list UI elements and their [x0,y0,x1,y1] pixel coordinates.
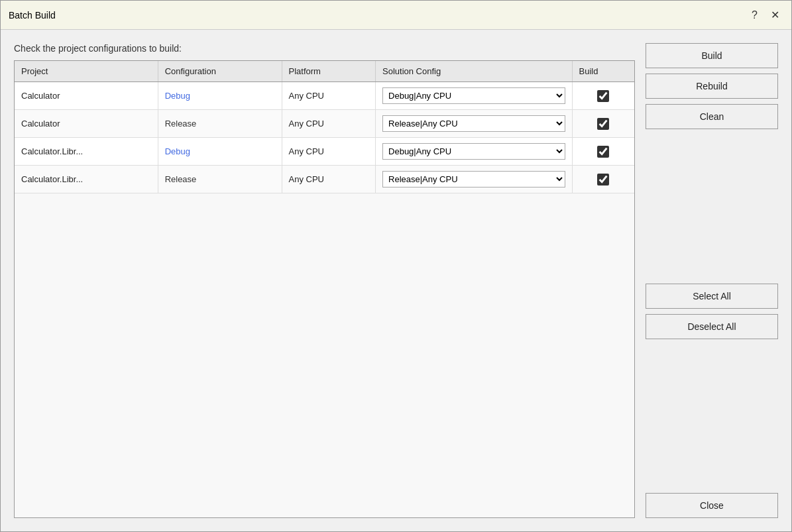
col-build: Build [572,61,634,82]
solution-config-select-1[interactable]: Debug|Any CPU Release|Any CPU [382,115,565,132]
dialog-body: Check the project configurations to buil… [1,30,791,531]
cell-build-3[interactable] [572,166,634,193]
clean-button[interactable]: Clean [646,104,778,129]
table-row: Calculator Release Any CPU Debug|Any CPU… [15,110,634,138]
cell-build-2[interactable] [572,138,634,166]
table-row: Calculator.Libr... Debug Any CPU Debug|A… [15,138,634,166]
cell-build-1[interactable] [572,110,634,138]
title-bar: Batch Build ? ✕ [1,1,791,30]
cell-solution-config-3[interactable]: Debug|Any CPU Release|Any CPU [376,166,573,193]
cell-project-3: Calculator.Libr... [15,166,158,193]
cell-solution-config-0[interactable]: Debug|Any CPU Release|Any CPU [376,82,573,110]
build-button[interactable]: Build [646,43,778,68]
cell-build-0[interactable] [572,82,634,110]
spacer-bottom [646,345,778,488]
title-bar-left: Batch Build [9,10,56,21]
cell-configuration-2: Debug [158,138,282,166]
col-solution-config: Solution Config [376,61,573,82]
title-bar-right: ? ✕ [748,7,783,23]
dialog-title: Batch Build [9,10,56,21]
cell-platform-3: Any CPU [282,166,376,193]
cell-solution-config-1[interactable]: Debug|Any CPU Release|Any CPU [376,110,573,138]
cell-project-2: Calculator.Libr... [15,138,158,166]
deselect-all-button[interactable]: Deselect All [646,314,778,339]
solution-config-select-2[interactable]: Debug|Any CPU Release|Any CPU [382,143,565,160]
cell-configuration-1: Release [158,110,282,138]
right-panel-inner: Build Rebuild Clean Select All Deselect … [646,43,778,518]
configurations-table: Project Configuration Platform Solution … [15,61,634,193]
col-platform: Platform [282,61,376,82]
cell-platform-2: Any CPU [282,138,376,166]
build-checkbox-2[interactable] [597,146,609,158]
solution-config-select-3[interactable]: Debug|Any CPU Release|Any CPU [382,171,565,187]
build-checkbox-1[interactable] [597,118,609,130]
table-header-row: Project Configuration Platform Solution … [15,61,634,82]
table-container: Project Configuration Platform Solution … [14,60,635,518]
left-panel: Check the project configurations to buil… [14,43,635,518]
table-row: Calculator.Libr... Release Any CPU Debug… [15,166,634,193]
table-row: Calculator Debug Any CPU Debug|Any CPU R… [15,82,634,110]
select-all-button[interactable]: Select All [646,284,778,309]
col-project: Project [15,61,158,82]
cell-project-0: Calculator [15,82,158,110]
build-checkbox-3[interactable] [597,174,609,186]
right-panel: Build Rebuild Clean Select All Deselect … [646,43,778,518]
rebuild-button[interactable]: Rebuild [646,74,778,99]
close-title-button[interactable]: ✕ [767,7,783,23]
solution-config-select-0[interactable]: Debug|Any CPU Release|Any CPU [382,87,565,104]
cell-project-1: Calculator [15,110,158,138]
help-button[interactable]: ? [748,8,762,23]
cell-platform-0: Any CPU [282,82,376,110]
batch-build-dialog: Batch Build ? ✕ Check the project config… [0,0,792,532]
close-button[interactable]: Close [646,493,778,518]
cell-solution-config-2[interactable]: Debug|Any CPU Release|Any CPU [376,138,573,166]
cell-configuration-3: Release [158,166,282,193]
col-configuration: Configuration [158,61,282,82]
instruction-text: Check the project configurations to buil… [14,43,635,54]
cell-platform-1: Any CPU [282,110,376,138]
spacer [646,134,778,278]
build-checkbox-0[interactable] [597,90,609,102]
empty-rows-area [15,193,634,517]
cell-configuration-0: Debug [158,82,282,110]
